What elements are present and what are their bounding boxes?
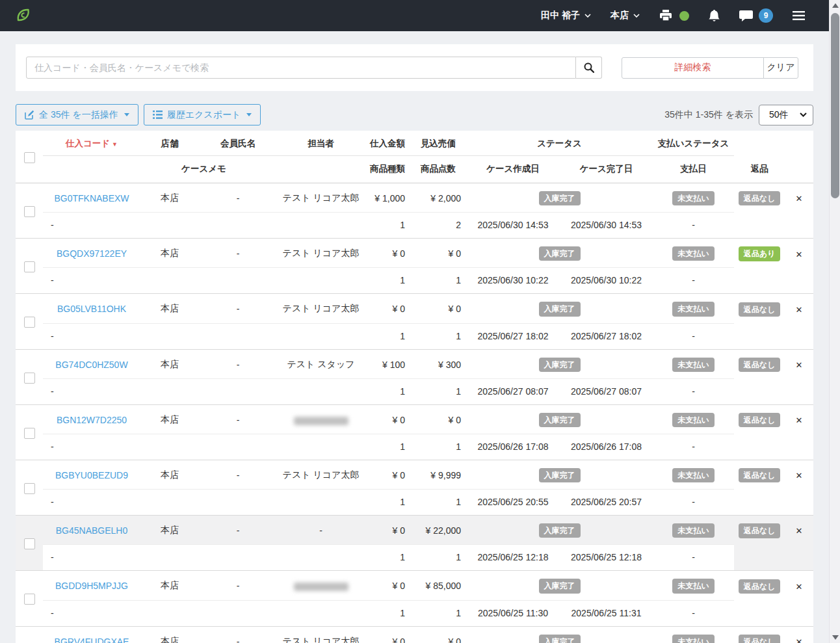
paid-date-cell: - (653, 268, 734, 294)
case-memo-cell: - (43, 213, 365, 239)
purchase-code-link[interactable]: BGBYU0BEZUD9 (55, 470, 128, 480)
row-checkbox[interactable] (24, 428, 35, 439)
user-menu[interactable]: 田中 裕子 (541, 10, 591, 21)
search-button[interactable] (576, 57, 602, 79)
purchase-code-link[interactable]: BG05LVB11OHK (57, 304, 126, 314)
return-status-badge: 返品あり (739, 246, 781, 261)
table-row-detail: - 1 1 2025/06/30 10:22 2025/06/30 10:22 … (16, 268, 813, 294)
status-cell: 入庫完了 (466, 183, 653, 213)
status-badge: 入庫完了 (539, 191, 581, 205)
return-spacer-cell (734, 545, 785, 571)
clear-search-button[interactable]: クリア (763, 57, 798, 79)
table-row: BGQDX97122EY 本店 - テスト リコア太郎 ¥ 0 ¥ 0 入庫完了… (16, 239, 813, 268)
status-cell: 入庫完了 (466, 460, 653, 489)
delete-row-button[interactable]: ✕ (796, 637, 803, 643)
payment-status-badge: 未支払い (672, 468, 714, 482)
paid-date-cell: - (653, 213, 734, 239)
case-completed-cell: 2025/06/27 08:07 (560, 378, 653, 404)
store-menu[interactable]: 本店 (610, 10, 640, 21)
paid-date-cell: - (653, 323, 734, 349)
notifications-button[interactable] (709, 10, 720, 22)
case-created-cell: 2025/06/30 14:53 (466, 213, 560, 239)
delete-row-button[interactable]: ✕ (796, 526, 803, 536)
delete-cell: ✕ (785, 404, 813, 434)
return-status-cell: 返品なし (734, 294, 785, 323)
search-input[interactable] (26, 57, 576, 79)
expected-price-cell: ¥ 0 (410, 404, 466, 434)
scroll-up-button[interactable] (830, 0, 840, 11)
return-status-cell: 返品なし (734, 183, 785, 213)
advanced-search-button[interactable]: 詳細検索 (622, 57, 764, 79)
staff-cell: テスト リコア太郎 (277, 239, 365, 268)
product-count-cell: 2 (410, 213, 466, 239)
delete-row-button[interactable]: ✕ (796, 415, 803, 425)
triangle-down-icon (832, 635, 839, 640)
row-checkbox[interactable] (24, 594, 35, 605)
table-row: BG45NABGELH0 本店 - - ¥ 0 ¥ 22,000 入庫完了 未支… (16, 516, 813, 545)
return-spacer-cell (734, 268, 785, 294)
row-checkbox[interactable] (24, 373, 35, 384)
header-member: 会員氏名 (199, 131, 277, 156)
member-cell: - (199, 516, 277, 545)
staff-cell: テスト リコア太郎 (277, 294, 365, 323)
per-page-select[interactable]: 50件 (759, 105, 813, 125)
table-row: BG0TFKNABEXW 本店 - テスト リコア太郎 ¥ 1,000 ¥ 2,… (16, 183, 813, 213)
header-expected: 見込売価 (410, 131, 466, 156)
purchase-code-link[interactable]: BG0TFKNABEXW (54, 193, 129, 203)
purchase-code-link[interactable]: BGRV4FUDGXAE (55, 636, 129, 643)
payment-status-cell: 未支払い (653, 626, 734, 643)
select-all-checkbox[interactable] (24, 152, 35, 163)
list-icon (153, 111, 163, 119)
select-all-cell (16, 131, 43, 183)
purchase-code-link[interactable]: BGDD9H5MPJJG (55, 581, 128, 591)
header-created-at: ケース作成日 (466, 156, 560, 183)
printer-status[interactable] (659, 10, 689, 21)
header-product-count: 商品点数 (410, 156, 466, 183)
printer-online-indicator (679, 11, 689, 21)
header-store: 店舗 (140, 131, 199, 156)
payment-status-badge: 未支払い (672, 302, 714, 316)
per-page-value: 50件 (769, 109, 789, 121)
delete-row-button[interactable]: ✕ (796, 250, 803, 259)
delete-row-button[interactable]: ✕ (796, 471, 803, 480)
product-count-cell: 1 (410, 600, 466, 626)
row-checkbox[interactable] (24, 206, 35, 217)
delete-row-button[interactable]: ✕ (796, 305, 803, 315)
delete-row-button[interactable]: ✕ (796, 194, 803, 203)
purchase-code-link[interactable]: BG45NABGELH0 (56, 525, 128, 536)
scroll-down-button[interactable] (830, 632, 840, 643)
expected-price-cell: ¥ 0 (410, 626, 466, 643)
row-checkbox[interactable] (24, 261, 35, 272)
hamburger-menu-button[interactable] (793, 11, 805, 20)
return-status-badge: 返品なし (739, 358, 781, 372)
scrollbar-thumb[interactable] (831, 13, 839, 198)
vertical-scrollbar[interactable] (829, 0, 840, 643)
header-product-types: 商品種類 (365, 156, 410, 183)
messages-button[interactable]: 9 (739, 8, 773, 23)
payment-status-badge: 未支払い (672, 246, 714, 261)
case-created-cell: 2025/06/27 08:07 (466, 378, 560, 404)
store-cell: 本店 (140, 294, 199, 323)
purchase-code-link[interactable]: BGN12W7D2250 (57, 415, 127, 425)
status-badge: 入庫完了 (539, 358, 581, 372)
header-payment-status: 支払いステータス (653, 131, 734, 156)
purchase-code-link[interactable]: BGQDX97122EY (57, 248, 127, 259)
delete-row-button[interactable]: ✕ (796, 360, 803, 370)
delete-cell: ✕ (785, 294, 813, 323)
purchase-code-cell: BGQDX97122EY (43, 239, 140, 268)
hamburger-icon (793, 11, 805, 20)
row-checkbox[interactable] (24, 483, 35, 494)
bell-icon (709, 10, 720, 22)
bulk-action-dropdown[interactable]: 全 35件 を一括操作 (16, 104, 138, 125)
history-export-dropdown[interactable]: 履歴エクスポート (144, 104, 261, 125)
row-checkbox[interactable] (24, 538, 35, 549)
row-checkbox[interactable] (24, 317, 35, 328)
purchase-code-link[interactable]: BG74DC0HZ50W (55, 360, 127, 370)
header-purchase-code[interactable]: 仕入コード▼ (43, 131, 140, 156)
delete-row-button[interactable]: ✕ (796, 582, 803, 592)
paid-date-cell: - (653, 600, 734, 626)
app-logo-icon[interactable] (16, 7, 31, 25)
table-row-detail: - 1 2 2025/06/30 14:53 2025/06/30 14:53 … (16, 213, 813, 239)
staff-cell (277, 404, 365, 434)
table-row: BGBYU0BEZUD9 本店 - テスト リコア太郎 ¥ 0 ¥ 9,999 … (16, 460, 813, 489)
